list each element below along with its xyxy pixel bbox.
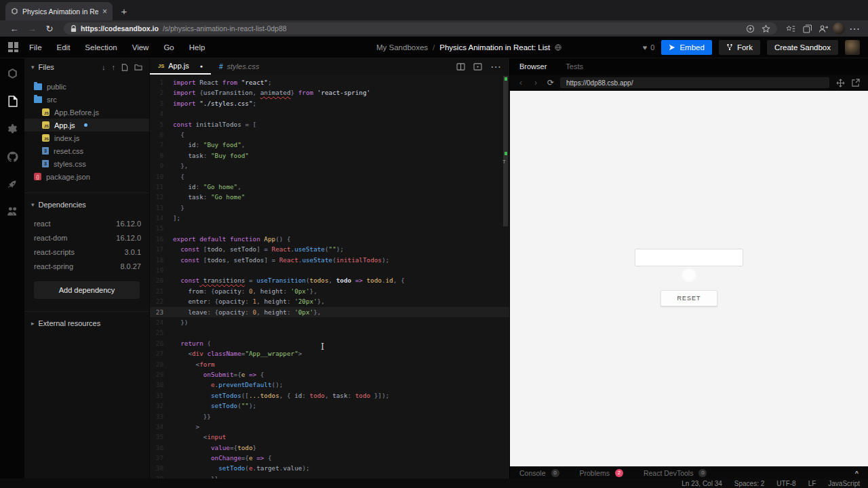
menu-help[interactable]: Help — [189, 43, 205, 52]
code-line[interactable]: 13 } — [150, 203, 509, 213]
code-line[interactable]: 36 value={todo} — [150, 443, 509, 453]
code-line[interactable]: 5const initialTodos = [ — [150, 119, 509, 129]
share-profile-icon[interactable] — [816, 24, 830, 33]
preview-refresh-icon[interactable]: ⟳ — [545, 78, 556, 87]
todo-input[interactable] — [635, 249, 743, 266]
code-line[interactable]: 22 enter: {opacity: 1, height: '20px'}, — [150, 296, 509, 306]
favorite-star-icon[interactable] — [762, 24, 770, 33]
favorites-bar-icon[interactable] — [784, 24, 797, 33]
code-line[interactable]: 33 }} — [150, 411, 509, 422]
github-icon[interactable] — [7, 151, 18, 163]
create-sandbox-button[interactable]: Create Sandbox — [767, 40, 838, 55]
browser-tab[interactable]: Physics Animation in React: Li × — [5, 2, 113, 20]
file-item-styles.css[interactable]: 3styles.css — [24, 157, 149, 170]
tab-browser[interactable]: Browser — [510, 62, 556, 70]
export-icon[interactable]: ↓ — [102, 63, 106, 71]
tab-close-icon[interactable]: × — [102, 7, 107, 16]
code-line[interactable]: 7 id: "Buy food", — [150, 140, 509, 150]
split-editor-icon[interactable] — [456, 63, 465, 70]
code-line[interactable]: 39 }} — [150, 474, 509, 479]
files-explorer-icon[interactable] — [7, 96, 18, 107]
collections-icon[interactable] — [800, 24, 814, 33]
dependency-react[interactable]: react16.12.0 — [24, 216, 149, 230]
code-editor[interactable]: 1import React from "react";2import {useT… — [150, 75, 509, 479]
preview-address-bar[interactable]: https://0dp88.csb.app/ — [560, 77, 829, 88]
forward-icon[interactable]: → — [24, 24, 39, 34]
code-line[interactable]: 37 onChange={e => { — [150, 453, 509, 463]
editor-more-icon[interactable]: ⋯ — [490, 60, 501, 73]
status-item-0[interactable]: Ln 23, Col 34 — [682, 480, 722, 487]
code-line[interactable]: 2import {useTransition, animated} from '… — [150, 87, 509, 98]
dependency-react-spring[interactable]: react-spring8.0.27 — [24, 259, 149, 273]
code-line[interactable]: 29 onSubmit={e => { — [150, 369, 509, 380]
code-line[interactable]: 10 { — [150, 171, 509, 182]
code-line[interactable]: 34 > — [150, 422, 509, 432]
code-line[interactable]: 15 — [150, 223, 509, 233]
file-item-app.before.js[interactable]: JSApp.Before.js — [24, 106, 149, 119]
preview-forward-icon[interactable]: › — [530, 78, 541, 87]
code-line[interactable]: 24 }) — [150, 317, 509, 327]
menu-view[interactable]: View — [132, 43, 149, 52]
code-line[interactable]: 8 task: "Buy food" — [150, 150, 509, 161]
code-line[interactable]: 21 from: {opacity: 0, height: '0px'}, — [150, 286, 509, 296]
codesandbox-menu-logo-icon[interactable] — [8, 42, 18, 52]
upload-icon[interactable]: ↑ — [112, 63, 116, 71]
code-line[interactable]: 25 — [150, 327, 509, 338]
responsive-mode-icon[interactable] — [836, 79, 845, 87]
code-line[interactable]: 3import "./styles.css"; — [150, 98, 509, 108]
back-icon[interactable]: ← — [7, 24, 22, 34]
devtools-tab-console[interactable]: Console0 — [519, 469, 559, 477]
files-section-header[interactable]: ▾ Files ↓ ↑ — [24, 58, 149, 76]
new-tab-button[interactable]: + — [115, 2, 133, 20]
status-item-3[interactable]: LF — [808, 480, 816, 487]
code-line[interactable]: 35 <input — [150, 432, 509, 442]
dependency-react-scripts[interactable]: react-scripts3.0.1 — [24, 245, 149, 259]
user-avatar[interactable] — [845, 40, 860, 55]
tab-tests[interactable]: Tests — [556, 62, 593, 70]
external-resources-header[interactable]: ▸ External resources — [24, 314, 149, 332]
collapse-caret-icon[interactable]: ▾ — [31, 64, 35, 70]
codesandbox-cube-icon[interactable] — [7, 68, 18, 79]
file-item-reset.css[interactable]: 3reset.css — [24, 144, 149, 157]
code-line[interactable]: 27 <div className="App__wrapper"> — [150, 348, 509, 359]
devtools-tab-react-devtools[interactable]: React DevTools0 — [644, 469, 707, 477]
code-line[interactable]: 6 { — [150, 129, 509, 140]
breadcrumb-my-sandboxes[interactable]: My Sandboxes — [376, 43, 428, 52]
tab-styles-css[interactable]: # styles.css — [211, 58, 267, 75]
code-line[interactable]: 26 return ( — [150, 338, 509, 348]
dependencies-section-header[interactable]: ▾ Dependencies — [24, 196, 149, 214]
embed-button[interactable]: Embed — [661, 40, 711, 55]
open-preview-icon[interactable] — [473, 63, 482, 70]
code-line[interactable]: 18 const [todos, setTodos] = React.useSt… — [150, 255, 509, 265]
code-line[interactable]: 28 <form — [150, 359, 509, 369]
live-users-icon[interactable] — [7, 206, 18, 216]
like-count[interactable]: ♥ 0 — [643, 43, 655, 52]
collapse-caret-icon[interactable]: ▾ — [31, 201, 35, 208]
code-line[interactable]: 14]; — [150, 213, 509, 223]
code-line[interactable]: 30 e.preventDefault(); — [150, 380, 509, 390]
menu-edit[interactable]: Edit — [57, 43, 71, 52]
expand-console-icon[interactable]: ^ — [855, 470, 859, 476]
settings-gear-icon[interactable] — [7, 123, 18, 135]
open-external-icon[interactable] — [852, 79, 860, 87]
status-item-2[interactable]: UTF-8 — [776, 480, 795, 487]
code-line[interactable]: 19 — [150, 265, 509, 275]
new-file-icon[interactable] — [121, 64, 128, 71]
file-item-app.js[interactable]: JSApp.js — [24, 119, 149, 131]
code-line[interactable]: 16export default function App() { — [150, 234, 509, 244]
code-line[interactable]: 4 — [150, 108, 509, 119]
code-line[interactable]: 32 setTodo(""); — [150, 401, 509, 411]
browser-avatar[interactable] — [833, 22, 845, 35]
code-line[interactable]: 31 setTodos([...todos, { id: todo, task:… — [150, 390, 509, 401]
code-line[interactable]: 12 task: "Go home" — [150, 192, 509, 202]
refresh-icon[interactable]: ↻ — [42, 24, 57, 34]
add-dependency-button[interactable]: Add dependency — [34, 281, 140, 299]
browser-menu-icon[interactable]: ⋯ — [848, 22, 861, 35]
address-bar[interactable]: https://codesandbox.io /s/physics-animat… — [64, 22, 777, 35]
preview-back-icon[interactable]: ‹ — [515, 78, 526, 87]
menu-file[interactable]: File — [29, 43, 42, 52]
new-folder-icon[interactable] — [134, 64, 142, 70]
expand-caret-icon[interactable]: ▸ — [31, 320, 35, 327]
dependency-react-dom[interactable]: react-dom16.12.0 — [24, 230, 149, 245]
code-line[interactable]: 1import React from "react"; — [150, 77, 509, 87]
